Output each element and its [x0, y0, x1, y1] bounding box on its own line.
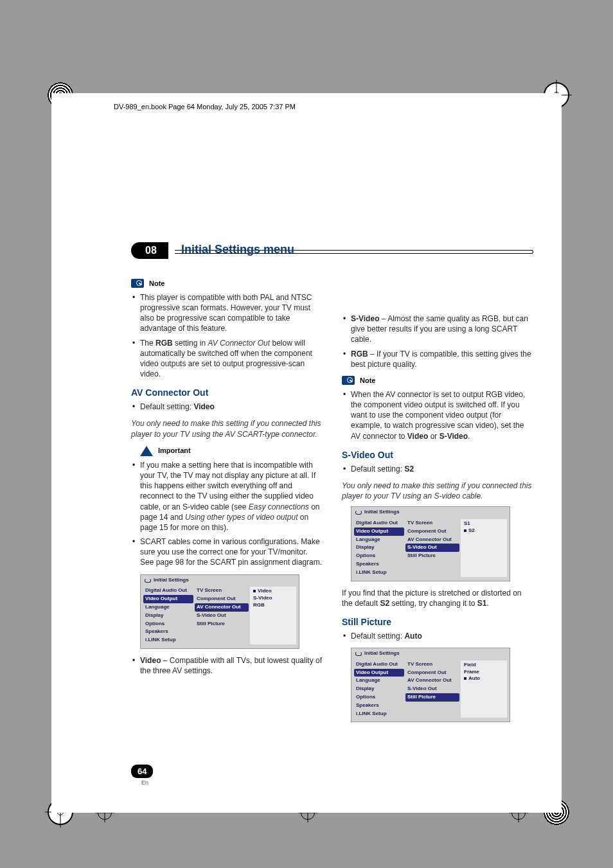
miniui-mid-item: AV Connector Out — [195, 603, 249, 612]
miniui-left-item: Language — [143, 603, 193, 612]
miniui-title-text: Initial Settings — [364, 650, 400, 657]
default-list: Default setting: Video — [131, 402, 323, 412]
miniui-right-item: S2 — [463, 527, 504, 535]
miniui-left-menu: Digital Audio OutVideo OutputLanguageDis… — [354, 660, 404, 718]
miniui-left-item: Video Output — [143, 595, 193, 603]
miniui-mid-item: Component Out — [405, 527, 459, 536]
miniui-right-item: Frame — [463, 669, 504, 676]
default-list: Default setting: S2 — [342, 464, 533, 474]
miniui-mid-item: S-Video Out — [405, 544, 459, 552]
miniui-mid-item: AV Connector Out — [405, 536, 459, 544]
miniui-title: Initial Settings — [351, 507, 510, 518]
miniui-title: Initial Settings — [351, 648, 510, 659]
miniui-left-item: Digital Audio Out — [143, 587, 193, 595]
loop-icon — [355, 510, 362, 515]
page-language: En — [141, 779, 148, 786]
body-text: SCART cables come in various configurati… — [140, 537, 322, 567]
important-icon — [140, 446, 153, 456]
body-text-bold: S-Video — [440, 432, 468, 441]
miniui-mid-item: Component Out — [195, 595, 249, 603]
note-heading: Note — [131, 279, 323, 288]
body-text-bold: S-Video — [351, 314, 379, 323]
miniui-left-item: i.LINK Setup — [354, 710, 404, 718]
miniui-title: Initial Settings — [141, 575, 299, 586]
selected-dot-icon — [253, 590, 256, 592]
default-item: Default setting: S2 — [342, 464, 533, 474]
miniui-left-item: Speakers — [143, 628, 193, 636]
miniui-mid-item: TV Screen — [195, 587, 249, 595]
miniui-left-item: Speakers — [354, 560, 404, 569]
miniui-left-item: Language — [354, 536, 404, 544]
miniui-left-item: i.LINK Setup — [354, 569, 404, 577]
miniui-left-item: Options — [354, 693, 404, 702]
loop-icon — [145, 578, 151, 583]
body-text-italic: You only need to make this setting if yo… — [131, 418, 323, 439]
body-text-italic: You only need to make this setting if yo… — [342, 481, 533, 501]
body-text-bold: Auto — [404, 632, 422, 641]
miniui-mid-item: S-Video Out — [405, 685, 459, 693]
miniui-title-text: Initial Settings — [154, 577, 189, 584]
settings-screenshot-avc: Initial Settings Digital Audio OutVideo … — [140, 574, 299, 649]
body-text: This player is compatible with both PAL … — [140, 293, 312, 333]
page-number: 64 — [131, 765, 153, 778]
body-text-bold: RGB — [351, 350, 368, 359]
body-paragraph: If you find that the picture is stretche… — [342, 588, 533, 608]
body-text: Default setting: — [351, 465, 404, 474]
content-columns: Note This player is compatible with both… — [131, 276, 533, 729]
body-text-bold: Video — [193, 402, 214, 411]
body-text: . — [487, 599, 489, 608]
body-text: – Compatible with all TVs, but lowest qu… — [140, 656, 322, 675]
miniui-left-item: i.LINK Setup — [143, 636, 193, 644]
important-label: Important — [158, 446, 191, 456]
left-column: Note This player is compatible with both… — [131, 276, 323, 729]
note-item: This player is compatible with both PAL … — [131, 292, 323, 334]
section-heading-still: Still Picture — [342, 616, 533, 628]
miniui-left-menu: Digital Audio OutVideo OutputLanguageDis… — [143, 587, 193, 644]
miniui-right-item: Field — [463, 662, 504, 669]
miniui-mid-item: Still Picture — [405, 552, 459, 560]
miniui-left-item: Digital Audio Out — [354, 660, 404, 669]
settings-screenshot-svideo: Initial Settings Digital Audio OutVideo … — [351, 506, 510, 581]
miniui-left-item: Display — [354, 685, 404, 693]
miniui-mid-item: AV Connector Out — [405, 677, 459, 685]
miniui-left-item: Digital Audio Out — [354, 519, 404, 527]
miniui-left-item: Display — [354, 544, 404, 552]
note-list: When the AV connector is set to output R… — [342, 389, 533, 441]
note-list: This player is compatible with both PAL … — [131, 292, 323, 380]
section-heading-avc: AV Connector Out — [131, 387, 323, 399]
miniui-right-item: Video — [253, 588, 294, 595]
body-text-bold: Video — [140, 656, 161, 665]
chapter-number: 08 — [131, 242, 168, 259]
miniui-mid-menu: TV ScreenComponent OutAV Connector OutS-… — [195, 587, 249, 644]
miniui-right-item: RGB — [253, 602, 294, 609]
note-icon — [342, 376, 355, 385]
selected-dot-icon — [464, 529, 466, 532]
option-list: Video – Compatible with all TVs, but low… — [131, 655, 323, 676]
body-text: setting, try changing it to — [389, 599, 477, 608]
miniui-left-item: Language — [354, 677, 404, 685]
miniui-mid-item: Still Picture — [195, 620, 249, 628]
body-text: or — [428, 432, 439, 441]
chapter-header: 08 Initial Settings menu — [131, 242, 533, 261]
miniui-right-menu: FieldFrameAuto — [461, 660, 507, 718]
note-icon — [131, 279, 144, 288]
miniui-mid-item: Component Out — [405, 669, 459, 677]
miniui-left-menu: Digital Audio OutVideo OutputLanguageDis… — [354, 519, 404, 577]
body-text: The — [140, 339, 155, 348]
important-item: If you make a setting here that is incom… — [131, 460, 323, 533]
miniui-right-menu: S1S2 — [461, 519, 507, 577]
option-item: RGB – If your TV is compatible, this set… — [342, 349, 533, 369]
default-list: Default setting: Auto — [342, 631, 533, 641]
body-text-bold: S2 — [404, 465, 414, 474]
note-label: Note — [149, 279, 164, 288]
body-text: Default setting: — [140, 402, 193, 411]
default-item: Default setting: Auto — [342, 631, 533, 641]
body-text: setting in — [173, 339, 208, 348]
miniui-right-item: S-Video — [253, 595, 294, 602]
body-text-bold: Video — [407, 432, 428, 441]
important-item: SCART cables come in various configurati… — [131, 536, 323, 568]
selected-dot-icon — [464, 677, 466, 680]
default-item: Default setting: Video — [131, 402, 323, 412]
miniui-mid-menu: TV ScreenComponent OutAV Connector OutS-… — [405, 660, 459, 718]
miniui-left-item: Options — [143, 620, 193, 628]
